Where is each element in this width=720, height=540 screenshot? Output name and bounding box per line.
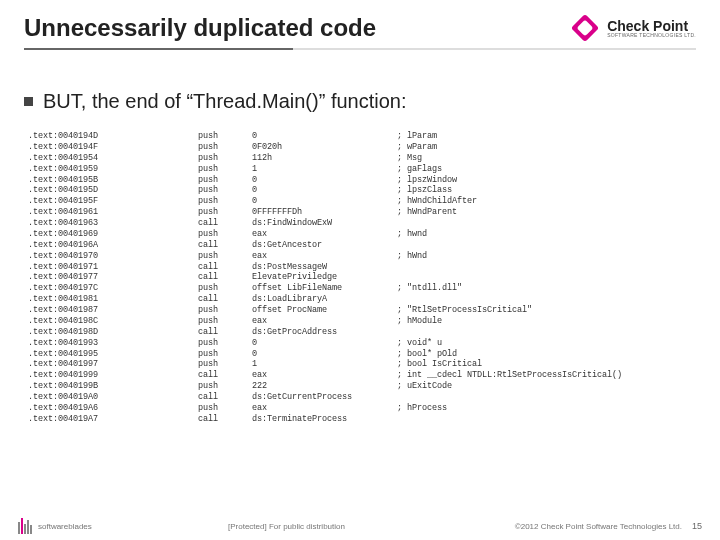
code-line: .text:00401999calleax; int __cdecl NTDLL… [28, 370, 696, 381]
code-line: .text:00401971callds:PostMessageW [28, 262, 696, 273]
code-line: .text:0040195Dpush0; lpszClass [28, 185, 696, 196]
code-line: .text:004019A0callds:GetCurrentProcess [28, 392, 696, 403]
code-line: .text:0040195Fpush0; hWndChildAfter [28, 196, 696, 207]
code-line: .text:00401995push0; bool* pOld [28, 349, 696, 360]
softwareblades-icon [18, 518, 32, 534]
slide-title: Unnecessarily duplicated code [24, 14, 376, 42]
footer-brand: softwareblades [38, 522, 92, 531]
code-line: .text:00401954push112h; Msg [28, 153, 696, 164]
disassembly-listing: .text:0040194Dpush0; lParam.text:0040194… [24, 127, 696, 425]
code-line: .text:0040196Acallds:GetAncestor [28, 240, 696, 251]
code-line: .text:00401970pusheax; hWnd [28, 251, 696, 262]
code-line: .text:00401961push0FFFFFFFDh; hWndParent [28, 207, 696, 218]
page-number: 15 [692, 521, 702, 531]
code-line: .text:00401987pushoffset ProcName; "RtlS… [28, 305, 696, 316]
code-line: .text:00401959push1; gaFlags [28, 164, 696, 175]
code-line: .text:00401993push0; void* u [28, 338, 696, 349]
code-line: .text:0040194Dpush0; lParam [28, 131, 696, 142]
logo-text-top: Check Point [607, 19, 696, 33]
code-line: .text:0040194Fpush0F020h; wParam [28, 142, 696, 153]
code-line: .text:0040195Bpush0; lpszWindow [28, 175, 696, 186]
code-line: .text:00401963callds:FindWindowExW [28, 218, 696, 229]
bullet-square-icon [24, 97, 33, 106]
bullet-text: BUT, the end of “Thread.Main()” function… [43, 90, 407, 113]
code-line: .text:00401969pusheax; hwnd [28, 229, 696, 240]
code-line: .text:00401981callds:LoadLibraryA [28, 294, 696, 305]
footer-copyright: ©2012 Check Point Software Technologies … [515, 522, 682, 531]
footer: softwareblades [Protected] For public di… [0, 512, 720, 540]
checkpoint-logo: Check Point SOFTWARE TECHNOLOGIES LTD. [573, 14, 696, 42]
logo-text-bottom: SOFTWARE TECHNOLOGIES LTD. [607, 33, 696, 38]
code-line: .text:00401977callElevatePriviledge [28, 272, 696, 283]
code-line: .text:00401997push1; bool IsCritical [28, 359, 696, 370]
code-line: .text:0040199Bpush222; uExitCode [28, 381, 696, 392]
code-line: .text:0040197Cpushoffset LibFileName; "n… [28, 283, 696, 294]
checkpoint-logo-icon [573, 14, 601, 42]
code-line: .text:004019A7callds:TerminateProcess [28, 414, 696, 425]
footer-classification: [Protected] For public distribution [228, 522, 515, 531]
code-line: .text:004019A6pusheax; hProcess [28, 403, 696, 414]
code-line: .text:0040198Cpusheax; hModule [28, 316, 696, 327]
code-line: .text:0040198Dcallds:GetProcAddress [28, 327, 696, 338]
